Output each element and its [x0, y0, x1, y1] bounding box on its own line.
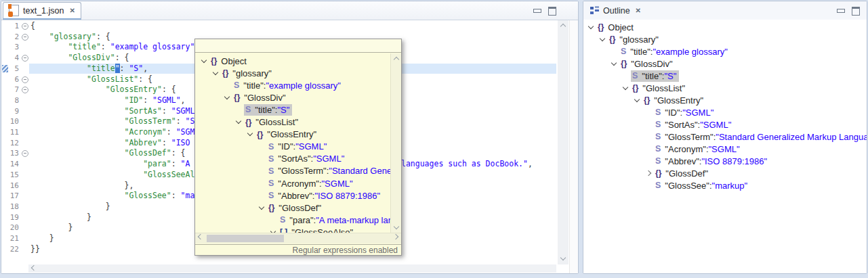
node-value: "markup" — [712, 181, 748, 191]
tree-row[interactable]: S"SortAs": "SGML" — [195, 153, 391, 165]
tree-row[interactable]: {}"GlossEntry" — [195, 129, 391, 141]
maximize-icon[interactable] — [852, 7, 860, 16]
fold-collapse-icon[interactable] — [22, 23, 28, 30]
tree-row[interactable]: {}"GlossDef" — [195, 202, 391, 214]
chevron-down-icon[interactable] — [211, 68, 221, 78]
tree-row[interactable]: {}"GlossList" — [195, 116, 391, 129]
object-icon: {} — [644, 95, 650, 105]
chevron-down-icon[interactable] — [586, 22, 596, 32]
line-number: 18 — [1, 202, 19, 212]
tree-row[interactable]: {}Object — [583, 21, 867, 33]
chevron-down-icon[interactable] — [621, 83, 631, 93]
node-value: "Standard Generalized Markup Language" — [716, 132, 867, 142]
code-text: } — [30, 223, 73, 233]
chevron-down-icon[interactable] — [199, 56, 209, 66]
tree-row[interactable]: {}"GlossEntry" — [583, 94, 867, 106]
scroll-left-icon[interactable] — [29, 264, 39, 273]
node-key: Object — [608, 22, 634, 32]
filter-input[interactable] — [195, 39, 401, 53]
editor-tab-bar: text_1.json ✕ — [1, 1, 578, 20]
tree-node-selected: S"title": "S" — [244, 104, 292, 116]
minimize-icon[interactable] — [533, 9, 541, 13]
tree-row[interactable]: {}"GlossList" — [583, 82, 867, 94]
code-text: }, — [30, 181, 133, 191]
code-text: "title": "example glossary", — [30, 42, 199, 53]
editor-horizontal-scrollbar[interactable] — [28, 264, 556, 273]
fold-collapse-icon[interactable] — [22, 34, 28, 41]
chevron-down-icon[interactable] — [234, 117, 244, 127]
tree-row[interactable]: S"title": "S" — [583, 70, 867, 82]
node-key: "GlossDiv" — [631, 59, 672, 69]
tree-row[interactable]: S"ID": "SGML" — [195, 141, 391, 153]
tree-row[interactable]: S"para": "A meta-markup language, used t… — [195, 214, 391, 226]
scrollbar-thumb[interactable] — [207, 235, 284, 242]
editor-tab[interactable]: text_1.json ✕ — [3, 2, 81, 20]
tree-row[interactable]: S"GlossSee": "markup" — [583, 179, 867, 191]
code-text: "GlossList": { — [30, 74, 152, 85]
chevron-spacer — [257, 191, 267, 201]
line-number: 21 — [1, 233, 19, 244]
chevron-down-icon[interactable] — [632, 95, 642, 106]
tree-row[interactable]: S"GlossTerm": "Standard Generalized Mark… — [583, 131, 867, 143]
popup-vertical-scrollbar[interactable] — [390, 53, 401, 233]
string-icon: S — [268, 142, 274, 152]
scroll-down-icon[interactable] — [392, 223, 401, 233]
chevron-spacer — [644, 144, 654, 154]
fold-collapse-icon[interactable] — [22, 150, 28, 157]
node-key: "GlossList" — [255, 117, 298, 127]
object-icon: {} — [268, 203, 274, 212]
text-cursor: " — [115, 64, 120, 73]
tree-row[interactable]: {}"GlossDef" — [583, 167, 867, 179]
tree-row[interactable]: {}Object — [195, 55, 391, 67]
code-line[interactable]: 1{ — [1, 21, 556, 32]
line-number: 13 — [1, 148, 19, 159]
tree-row[interactable]: S"GlossTerm": "Standard Generalized Mark… — [195, 165, 391, 177]
tree-row[interactable]: S"title": "S" — [195, 103, 391, 116]
node-key: "title" — [642, 71, 661, 81]
tree-row[interactable]: S"SortAs": "SGML" — [583, 118, 867, 131]
chevron-down-icon[interactable] — [257, 203, 267, 213]
object-icon: {} — [598, 22, 604, 32]
tree-row[interactable]: S"Abbrev": "ISO 8879:1986" — [195, 189, 391, 202]
chevron-right-icon[interactable] — [644, 168, 654, 179]
tree-row[interactable]: S"title": "example glossary" — [583, 45, 867, 57]
tree-row[interactable]: S"title": "example glossary" — [195, 79, 391, 91]
close-icon[interactable]: ✕ — [69, 7, 75, 14]
tree-node: S"Abbrev": "ISO 8879:1986" — [267, 190, 383, 202]
string-icon: S — [655, 132, 661, 141]
tree-row[interactable]: {}"GlossDiv" — [583, 57, 867, 70]
minimize-icon[interactable] — [837, 9, 845, 13]
fold-collapse-icon[interactable] — [22, 55, 28, 62]
tree-row[interactable]: S"ID": "SGML" — [583, 106, 867, 118]
close-icon[interactable]: ✕ — [636, 7, 641, 14]
tree-row[interactable]: {}"GlossDiv" — [195, 91, 391, 103]
editor-vertical-scrollbar[interactable] — [558, 20, 569, 264]
chevron-down-icon[interactable] — [222, 93, 232, 103]
scroll-up-icon[interactable] — [392, 54, 401, 64]
chevron-down-icon[interactable] — [609, 59, 619, 69]
scroll-up-icon[interactable] — [558, 21, 568, 30]
chevron-down-icon[interactable] — [598, 34, 608, 45]
fold-collapse-icon[interactable] — [22, 76, 28, 83]
maximize-icon[interactable] — [548, 7, 556, 16]
tree-row[interactable]: S"Abbrev": "ISO 8879:1986" — [583, 155, 867, 167]
string-icon: S — [234, 80, 239, 90]
node-key: "Acronym" — [278, 179, 319, 189]
code-text: } — [30, 233, 54, 244]
tree-node: S"GlossSee": "markup" — [654, 180, 750, 191]
tree-row[interactable]: S"Acronym": "SGML" — [195, 177, 391, 189]
outline-tab[interactable]: Outline ✕ — [585, 3, 646, 18]
scroll-right-icon[interactable] — [391, 233, 400, 242]
string-icon: S — [268, 166, 274, 176]
chevron-down-icon[interactable] — [245, 129, 255, 139]
popup-horizontal-scrollbar[interactable] — [195, 233, 401, 244]
tree-row[interactable]: {}"glossary" — [195, 67, 391, 79]
tree-row[interactable]: {}"glossary" — [583, 33, 867, 45]
node-key: "GlossDef" — [278, 203, 321, 213]
scroll-left-icon[interactable] — [196, 233, 205, 242]
line-number: 12 — [1, 138, 19, 149]
node-key: "GlossTerm" — [665, 132, 713, 142]
tree-row[interactable]: S"Acronym": "SGML" — [583, 143, 867, 155]
fold-collapse-icon[interactable] — [22, 87, 28, 93]
scroll-down-icon[interactable] — [558, 254, 568, 264]
